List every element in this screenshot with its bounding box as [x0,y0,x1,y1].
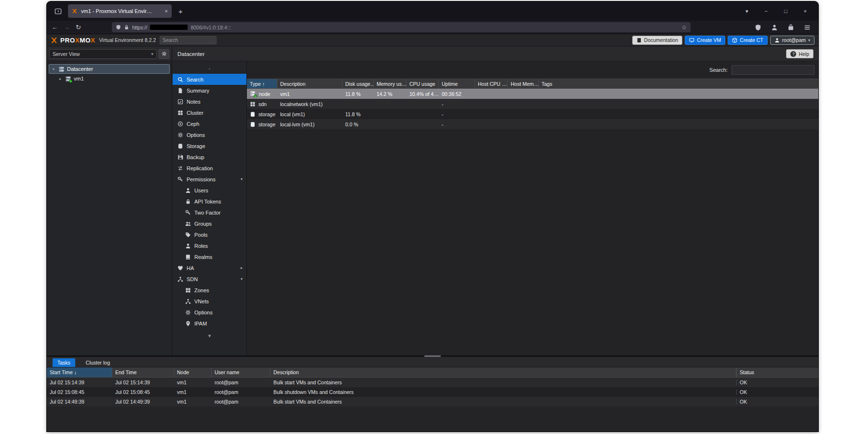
tree-settings-button[interactable] [159,49,169,59]
documentation-button[interactable]: Documentation [632,36,683,45]
column-header-host-cpu[interactable]: Host CPU … [475,79,508,88]
create-ct-button[interactable]: Create CT [728,36,767,45]
table-row-sdn-localnetwork[interactable]: sdn localnetwork (vm1) - [247,99,818,109]
menu-item-options[interactable]: Options [173,129,246,140]
gear-icon [162,51,167,56]
expand-chevron-icon[interactable]: ▾ [51,67,56,71]
menu-item-ipam[interactable]: IPAM [173,318,246,329]
user-menu-button[interactable]: root@pam ▾ [770,36,814,45]
table-row-storage-local-lvm[interactable]: storage local-lvm (vm1) 0.0 % - [247,119,818,129]
person-icon [185,243,191,249]
column-header-cpu-usage[interactable]: CPU usage [407,79,439,88]
menu-item-ceph[interactable]: Ceph [173,118,246,129]
firefox-view-button[interactable] [52,5,64,17]
tab-close-icon[interactable]: × [165,8,168,14]
column-header-start-time[interactable]: Start Time ↓ [47,367,112,377]
column-header-end-time[interactable]: End Time [112,367,174,377]
menu-item-sdn-options[interactable]: Options [173,307,246,318]
table-row-node-vm1[interactable]: node vm1 11.8 % 14.2 % 10.4% of 4… 00:36… [247,89,818,99]
menu-item-replication[interactable]: Replication [173,163,246,174]
new-tab-button[interactable]: + [176,7,186,15]
menu-item-search[interactable]: Search [173,74,246,85]
menu-item-pools[interactable]: Pools [173,229,246,240]
expand-chevron-icon[interactable]: ▸ [58,77,63,81]
user-icon [185,188,191,193]
forward-button[interactable]: → [64,24,70,31]
extensions-icon[interactable] [787,24,794,31]
proxmox-favicon [72,8,78,14]
browser-nav-bar: ← → ↻ https:// 8006/#v1:0:18:4::: ☆ [47,21,818,34]
tab-list-chevron-icon[interactable]: ▾ [746,8,748,14]
back-button[interactable]: ← [52,24,58,31]
global-search-input[interactable] [160,36,217,44]
gear-icon [177,132,183,138]
column-header-uptime[interactable]: Uptime [439,79,475,88]
window-minimize-button[interactable]: − [764,8,767,14]
task-row[interactable]: Jul 02 14:49:39 Jul 02 14:49:39 vm1 root… [47,397,818,407]
menu-item-users[interactable]: Users [173,185,246,196]
tab-tasks[interactable]: Tasks [53,358,75,367]
browser-tab-bar: vm1 - Proxmox Virtual Envir… × + ▾ − □ × [47,1,818,21]
note-pencil-icon [177,99,183,105]
menu-overflow-chevron[interactable]: ▾ [173,333,246,339]
column-header-disk-usage[interactable]: Disk usage… [342,79,374,88]
menu-icon[interactable] [804,24,811,31]
map-pin-icon [185,321,191,326]
reload-button[interactable]: ↻ [76,24,81,31]
file-icon [177,88,183,94]
menu-item-permissions[interactable]: Permissions▾ [173,174,246,185]
menu-item-sdn[interactable]: SDN▾ [173,273,246,285]
create-vm-button[interactable]: Create VM [685,36,725,45]
address-bar[interactable]: https:// 8006/#v1:0:18:4::: ☆ [112,22,691,32]
account-icon[interactable] [771,24,778,31]
chevron-down-icon: ▾ [241,277,243,281]
task-row[interactable]: Jul 02 15:08:45 Jul 02 15:08:45 vm1 root… [47,387,818,397]
menu-item-realms[interactable]: Realms [173,251,246,262]
column-header-status[interactable]: Status [736,367,818,377]
grid-icon [177,110,183,116]
database-icon [177,143,183,149]
lock-icon[interactable] [124,25,129,30]
menu-item-ha[interactable]: HA▸ [173,262,246,273]
pve-version-label: Virtual Environment 8.2.2 [99,37,156,43]
permissions-shield-icon[interactable] [755,24,761,31]
column-header-description[interactable]: Description [277,79,342,88]
menu-item-summary[interactable]: Summary [173,85,246,96]
token-lock-icon [185,199,191,204]
tab-cluster-log[interactable]: Cluster log [81,358,115,367]
menu-item-vnets[interactable]: VNets [173,296,246,307]
datacenter-icon [58,66,65,72]
column-header-type[interactable]: Type ↑ [247,79,277,88]
column-header-user-name[interactable]: User name [212,367,271,377]
tree-item-datacenter[interactable]: ▾ Datacenter [49,64,170,74]
menu-item-groups[interactable]: Groups [173,218,246,229]
task-row[interactable]: Jul 02 15:14:39 Jul 02 15:14:39 vm1 root… [47,378,818,387]
menu-item-roles[interactable]: Roles [173,240,246,251]
table-search-input[interactable] [732,65,814,75]
window-restore-button[interactable]: □ [784,8,787,14]
column-header-description[interactable]: Description [271,367,736,377]
chevron-right-icon: ▸ [241,266,243,270]
table-row-storage-local[interactable]: storage local (vm1) 11.8 % - [247,109,818,119]
tracking-shield-icon[interactable] [116,25,121,30]
window-close-button[interactable]: × [804,8,807,14]
column-header-host-mem[interactable]: Host Mem… [508,79,539,88]
menu-item-api-tokens[interactable]: API Tokens [173,196,246,207]
column-header-node[interactable]: Node [174,367,212,377]
menu-item-two-factor[interactable]: Two Factor [173,207,246,218]
browser-tab[interactable]: vm1 - Proxmox Virtual Envir… × [68,4,172,18]
menu-item-zones[interactable]: Zones [173,285,246,296]
view-selector[interactable]: Server View ▾ [49,49,157,59]
tree-item-vm1[interactable]: ▸ vm1 [55,74,170,83]
bookmark-star-icon[interactable]: ☆ [681,24,687,31]
menu-item-notes[interactable]: Notes [173,96,246,107]
column-header-memory-usage[interactable]: Memory us… [374,79,407,88]
key-icon [177,176,183,182]
menu-item-cluster[interactable]: Cluster [173,107,246,118]
chevron-down-icon: ▾ [151,52,153,56]
column-header-tags[interactable]: Tags [539,79,818,88]
url-redaction [150,25,188,30]
menu-item-storage[interactable]: Storage [173,140,246,151]
help-button[interactable]: ? Help [786,49,814,58]
menu-item-backup[interactable]: Backup [173,151,246,163]
